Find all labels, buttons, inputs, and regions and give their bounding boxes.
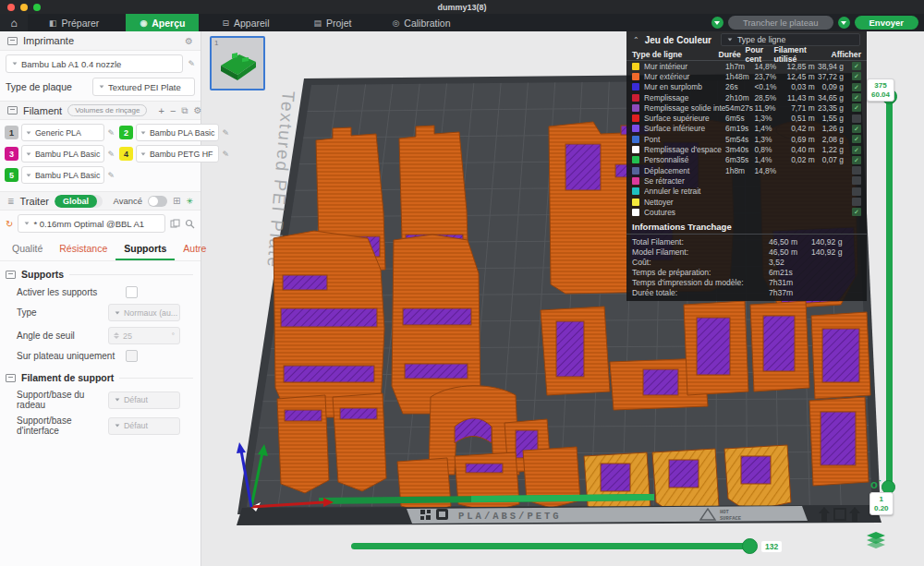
edit-filament-icon[interactable]: ✎ [222,150,229,159]
calibration-icon: ◎ [392,18,399,28]
layout-icon[interactable]: ⊞ [173,196,180,206]
enable-supports-checkbox[interactable] [126,286,138,298]
enable-supports-label: Activer les supports [17,287,126,297]
show-line-type-checkbox[interactable]: ✓ [852,146,861,154]
preset-modified-icon[interactable]: ↻ [6,219,13,229]
threshold-angle-spinner[interactable]: 25 ° [108,327,180,344]
filament-select-5[interactable]: Bambu PLA Basic [21,166,104,184]
global-objects-toggle[interactable]: Global Objets [55,195,103,208]
show-line-type-checkbox[interactable]: ✓ [852,135,861,143]
toggle-global[interactable]: Global [55,195,97,208]
filament-select-1[interactable]: Generic PLA [21,124,104,141]
minimize-window-button[interactable] [20,4,28,11]
maximize-window-button[interactable] [33,4,41,11]
remove-filament-button[interactable]: − [170,105,176,116]
raft-filament-select[interactable]: Défaut [108,391,180,409]
edit-filament-icon[interactable]: ✎ [222,128,229,138]
show-line-type-checkbox[interactable]: ✓ [852,156,861,164]
show-line-type-checkbox[interactable]: ✓ [852,208,861,216]
slice-plate-button[interactable]: Trancher le plateau [728,16,833,30]
tab-appareil[interactable]: ⊟ Appareil [208,14,283,31]
filament-select-3[interactable]: Bambu PLA Basic [21,145,104,163]
line-type-color-swatch [632,94,639,102]
chevron-down-icon [116,311,120,314]
plate-type-select[interactable]: Textured PEI Plate [92,78,195,96]
show-line-type-checkbox[interactable]: ✓ [852,103,861,112]
legend-row: Déplacement1h8m14,8% [626,165,867,175]
compare-preset-icon[interactable] [170,219,180,229]
send-button[interactable]: Envoyer [855,16,919,30]
line-type-color-swatch [632,199,639,206]
ai-sparkle-icon[interactable]: ✳ [186,197,193,206]
edit-filament-icon[interactable]: ✎ [107,150,115,159]
show-line-type-checkbox[interactable] [852,166,861,175]
flush-volumes-button[interactable]: Volumes de rinçage [67,104,147,116]
show-line-type-checkbox[interactable] [852,187,861,196]
one-way-slider-icon[interactable]: o˙ [870,477,881,491]
filament-select-4[interactable]: Bambu PETG HF [136,145,219,163]
layers-icon[interactable] [867,532,885,548]
edit-printer-icon[interactable]: ✎ [188,59,195,68]
edit-filament-icon[interactable]: ✎ [107,171,115,180]
timeline-slider-track[interactable] [351,543,752,549]
process-preset-select[interactable]: * 0.16mm Optimal @BBL A1 [18,214,165,233]
plate-thumbnail[interactable]: 1 [210,36,265,90]
window-controls[interactable] [7,4,41,11]
close-window-button[interactable] [7,4,15,11]
plate-logo-icon [436,509,448,520]
show-line-type-checkbox[interactable] [852,176,861,185]
support-type-select[interactable]: Normaux (au... [108,304,180,321]
tab-apercu[interactable]: ◉ Aperçu [126,14,199,31]
show-line-type-checkbox[interactable]: ✓ [852,93,861,102]
tab-projet[interactable]: ▤ Projet [300,14,366,31]
process-section-header: ≣ Traiter Global Objets Avancé ⊞ ✳ [0,191,201,211]
buildplate-only-checkbox[interactable] [126,350,138,362]
chevron-down-icon [27,152,31,155]
show-line-type-checkbox[interactable]: ✓ [852,83,861,91]
filament-icon [7,106,18,114]
timeline-slider-handle[interactable] [742,538,758,554]
interface-filament-select[interactable]: Défaut [108,417,180,435]
home-button[interactable]: ⌂ [0,14,28,31]
show-line-type-checkbox[interactable]: ✓ [852,62,861,70]
legend-row: Remplissage2h10m28,5% 11,43 m34,65 g ✓ [626,92,867,102]
legend-row: Mur extérieur1h48m23,7% 12,45 m37,72 g ✓ [626,71,867,81]
tab-supports[interactable]: Supports [116,240,175,260]
line-type-color-swatch [632,177,639,185]
slice-info-row: Coût:3,52 [626,257,867,267]
slice-info-row: Model Filament:46,50 m140,92 g [626,247,867,257]
line-type-color-swatch [632,146,639,153]
tab-resistance[interactable]: Résistance [51,240,116,260]
collapse-panel-icon[interactable]: ⌃ [633,36,639,44]
send-dropdown-button[interactable] [838,17,850,29]
tab-qualite[interactable]: Qualité [4,240,51,260]
legend-row: Nettoyer [626,197,867,207]
printer-preset-select[interactable]: Bambu Lab A1 0.4 nozzle [6,54,183,73]
show-line-type-checkbox[interactable] [852,114,861,123]
add-filament-button[interactable]: + [158,105,164,116]
filament-settings-gear-icon[interactable]: ⚙ [193,105,201,115]
search-icon[interactable] [185,219,195,229]
model-part [809,397,869,486]
raft-filament-label: Support/base du radeau [17,390,108,410]
tab-autre[interactable]: Autre [175,240,214,260]
layer-slider-track[interactable] [886,91,893,494]
show-line-type-checkbox[interactable]: ✓ [852,72,861,80]
advanced-toggle[interactable] [148,196,167,207]
line-type-color-swatch [632,136,639,143]
view-type-select[interactable]: Type de ligne [721,33,860,46]
toggle-objects[interactable]: Objets [97,195,103,208]
printer-settings-gear-icon[interactable]: ⚙ [185,36,193,46]
show-line-type-checkbox[interactable] [852,198,861,206]
tab-calibration[interactable]: ◎ Calibration [378,14,464,31]
legend-row: Surface supérieure6m5s1,3% 0,51 m1,55 g [626,113,867,123]
slice-dropdown-button[interactable] [711,17,723,29]
chevron-down-icon [27,131,31,134]
tab-preparer[interactable]: ◧ Préparer [35,14,113,31]
filament-select-2[interactable]: Bambu PLA Basic [136,124,219,141]
legend-row: Annuler le retrait [626,187,867,197]
filament-sync-icon[interactable]: ⧉ [181,105,188,116]
edit-filament-icon[interactable]: ✎ [107,128,115,138]
show-line-type-checkbox[interactable]: ✓ [852,125,861,133]
plate-thumbnail-preview [212,38,263,89]
